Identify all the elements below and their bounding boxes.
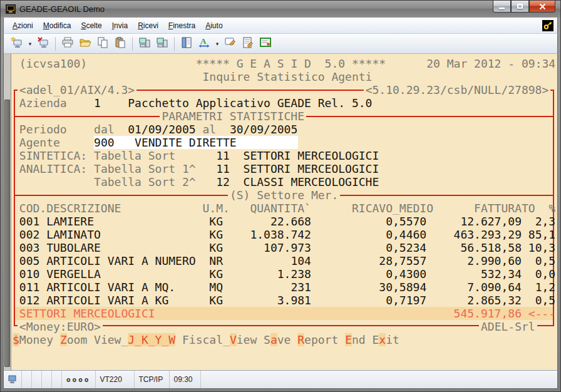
azienda-value: 1 [94, 96, 101, 110]
fnkey: nd [352, 333, 366, 346]
led-indicators: oooo [62, 371, 96, 388]
row-code: 011 [19, 281, 40, 294]
row-quantity: 104 [291, 254, 311, 267]
row-code: 005 [19, 254, 40, 267]
open-button[interactable] [77, 36, 93, 52]
font-dropdown[interactable]: ▾ [214, 36, 221, 52]
sort-value: SETTORI MERCEOLOGICI [244, 162, 379, 175]
certificate-button[interactable] [257, 36, 274, 52]
disconnect-button[interactable] [35, 36, 51, 52]
menu-scelte[interactable]: Scelte [76, 19, 106, 33]
sort-value: CLASSI MERCEOLOGICHE [244, 175, 379, 188]
row-description: LAMIERE [46, 215, 94, 228]
row-percent: 10,3 [528, 241, 555, 254]
monitor-icon [8, 375, 17, 384]
sort-code: 12 [216, 175, 230, 188]
row-unit: KG [209, 228, 223, 241]
row-description: ARTICOLI VARI A NUMERO [46, 254, 195, 267]
app-icon [6, 4, 16, 14]
connection-status-cell [4, 371, 22, 388]
paste-button[interactable] [112, 36, 128, 52]
row-avg-revenue: 28,7557 [379, 254, 426, 267]
print-icon [61, 36, 74, 51]
sort-label: Tabella Sort 1^ [94, 162, 196, 175]
analitica-label: ANALITICA: [19, 162, 87, 175]
row-turnover: 463.293,29 [454, 228, 522, 241]
menu-aiuto[interactable]: Aiuto [200, 19, 227, 33]
row-turnover: 7.090,64 [467, 281, 522, 294]
totals-arrow: <--- [528, 307, 555, 320]
fnkey: V [230, 333, 237, 346]
menu-invia[interactable]: Invia [107, 19, 133, 33]
application-name: Pacchetto Applicativo GEADE Rel. 5.0 [128, 96, 372, 110]
row-turnover: 56.518,58 [460, 241, 522, 254]
close-icon [539, 3, 546, 10]
fnkey: iew [237, 333, 257, 346]
toolbar-separator [132, 37, 133, 51]
title-bar[interactable]: GEADE-GEAOIL Demo [1, 1, 560, 18]
status-cell-empty [22, 371, 32, 388]
agente-code: 900 [94, 136, 115, 149]
row-turnover: 532,34 [481, 267, 522, 281]
row-code: 001 [19, 215, 40, 228]
menu-azioni[interactable]: Azioni [8, 19, 38, 33]
row-turnover: 2.865,32 [467, 294, 522, 307]
address-book-icon [180, 36, 193, 51]
row-description: VERGELLA [46, 267, 101, 281]
history-scrollbar[interactable] [4, 54, 11, 370]
azienda-label: Azienda [19, 96, 67, 110]
totals-label: SETTORI MERCEOLOGICI [19, 307, 155, 320]
row-unit: KG [209, 241, 223, 254]
fnkey: S [264, 333, 270, 346]
row-turnover: 12.627,09 [460, 215, 522, 228]
sort-label: Tabella Sort [94, 149, 175, 162]
row-avg-revenue: 0,5234 [386, 241, 426, 254]
toolbar-separator [55, 37, 56, 51]
row-percent: 0,0 [535, 267, 556, 281]
address-book-button[interactable] [178, 36, 195, 52]
protocol-cell: TCP/IP [135, 371, 170, 388]
menu-modifica[interactable]: Modifica [38, 19, 76, 33]
row-turnover: 2.990,60 [467, 254, 522, 267]
receive-screen-button[interactable] [154, 36, 170, 52]
terminal-screen[interactable]: (icvsa100)***** G E A S I D 5.0 *****20 … [11, 54, 557, 370]
scrollbar-thumb[interactable] [4, 100, 10, 367]
row-unit: KG [209, 294, 223, 307]
minimize-button[interactable] [493, 1, 511, 13]
status-filler [201, 371, 558, 388]
new-session-dropdown[interactable]: ▾ [26, 36, 34, 52]
table-header: U.M. [203, 202, 230, 215]
fnkey: eport [304, 333, 338, 346]
row-percent: 85,1 [528, 228, 555, 241]
row-quantity: 1.038.742 [250, 228, 311, 241]
row-description: TUBOLARE [46, 241, 101, 254]
row-quantity: 1.238 [277, 267, 311, 281]
row-description: LAMINATO [46, 228, 101, 241]
new-session-button[interactable] [9, 36, 25, 52]
totals-value: 545.917,86 [454, 307, 522, 320]
menu-ricevi[interactable]: Ricevi [133, 19, 163, 33]
row-avg-revenue: 0,5570 [386, 215, 426, 228]
row-unit: KG [209, 215, 223, 228]
minimize-icon [499, 8, 505, 9]
toolbar: ▾A▾ [3, 34, 558, 54]
copy-button[interactable] [95, 36, 111, 52]
clock-cell: 09:30 [170, 371, 201, 388]
fnkey: J_K_Y_W [128, 333, 175, 346]
row-code: 002 [19, 228, 40, 241]
send-screen-button[interactable] [136, 36, 153, 52]
disconnect-icon [37, 36, 49, 51]
date-from: 01/09/2005 [128, 123, 195, 136]
font-button[interactable]: A [196, 36, 212, 52]
menu-finestra[interactable]: Finestra [163, 19, 200, 33]
edit-screen-button[interactable] [222, 36, 239, 52]
print-button[interactable] [59, 36, 76, 52]
fnkey: it [386, 333, 399, 346]
receive-screen-icon [156, 36, 168, 51]
row-quantity: 231 [291, 281, 311, 294]
row-avg-revenue: 0,7197 [386, 294, 426, 307]
row-quantity: 3.981 [277, 294, 311, 307]
maximize-button[interactable] [511, 1, 529, 13]
close-button[interactable] [529, 1, 555, 13]
notes-button[interactable] [240, 36, 256, 52]
